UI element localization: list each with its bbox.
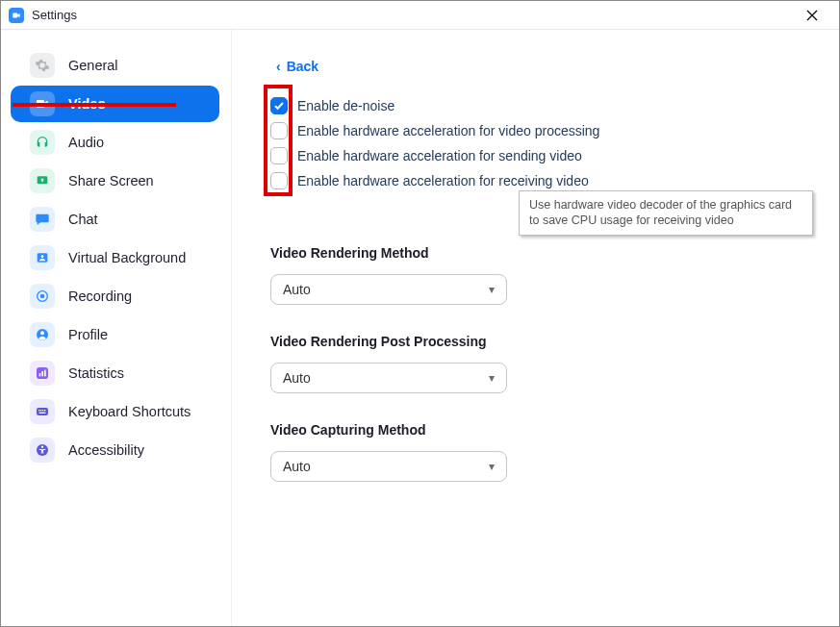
sidebar-item-statistics[interactable]: Statistics	[11, 355, 219, 391]
svg-point-6	[40, 331, 44, 335]
check-row-hwaccel-sending: Enable hardware acceleration for sending…	[270, 147, 801, 164]
main-panel: ‹ Back Enable de-noise Enable hardware a…	[232, 30, 839, 626]
svg-point-4	[40, 294, 45, 299]
select-capturing-method[interactable]: Auto ▾	[270, 451, 507, 482]
sidebar-label: Chat	[68, 212, 98, 227]
app-icon	[9, 8, 24, 23]
sidebar-item-keyboard[interactable]: Keyboard Shortcuts	[11, 393, 219, 430]
back-button[interactable]: ‹ Back	[276, 59, 318, 74]
sidebar-item-profile[interactable]: Profile	[11, 316, 219, 353]
sidebar-label: Recording	[68, 288, 132, 304]
virtual-bg-icon	[30, 245, 55, 270]
select-value: Auto	[283, 370, 311, 386]
section-title-rendering: Video Rendering Method	[270, 245, 801, 261]
sidebar-label: Audio	[68, 135, 104, 150]
svg-rect-13	[40, 410, 41, 411]
check-label: Enable hardware acceleration for video p…	[297, 123, 599, 138]
sidebar-item-recording[interactable]: Recording	[11, 278, 219, 314]
tooltip-hwaccel-receiving: Use hardware video decoder of the graphi…	[519, 190, 813, 236]
sidebar-label: Virtual Background	[68, 250, 186, 265]
section-title-capturing: Video Capturing Method	[270, 422, 801, 438]
checkbox-hwaccel-receiving[interactable]	[270, 172, 288, 189]
window-title: Settings	[32, 8, 77, 22]
svg-rect-14	[42, 410, 43, 411]
svg-rect-9	[41, 371, 43, 376]
sidebar-item-virtual-background[interactable]: Virtual Background	[11, 239, 219, 276]
chevron-left-icon: ‹	[276, 60, 281, 73]
check-row-hwaccel-processing: Enable hardware acceleration for video p…	[270, 122, 801, 139]
checkbox-group: Enable de-noise Enable hardware accelera…	[270, 97, 801, 189]
back-label: Back	[287, 59, 318, 74]
sidebar-item-audio[interactable]: Audio	[11, 124, 219, 161]
select-rendering-method[interactable]: Auto ▾	[270, 274, 507, 305]
sidebar-label: General	[68, 58, 118, 73]
svg-rect-10	[44, 370, 46, 377]
sidebar-item-accessibility[interactable]: Accessibility	[11, 432, 219, 468]
share-screen-icon	[30, 168, 55, 193]
svg-rect-12	[38, 410, 39, 411]
titlebar: Settings	[1, 1, 839, 30]
close-button[interactable]	[793, 2, 831, 29]
sidebar-label: Profile	[68, 327, 108, 342]
svg-rect-8	[39, 373, 41, 376]
check-label: Enable de-noise	[297, 98, 395, 113]
svg-point-2	[41, 255, 44, 258]
check-row-hwaccel-receiving: Enable hardware acceleration for receivi…	[270, 172, 801, 189]
select-value: Auto	[283, 459, 311, 474]
sidebar-label: Statistics	[68, 365, 124, 381]
keyboard-icon	[30, 399, 55, 424]
close-icon	[806, 10, 818, 21]
headphones-icon	[30, 130, 55, 155]
check-label: Enable hardware acceleration for receivi…	[297, 173, 589, 188]
annotation-underline	[13, 103, 176, 107]
chat-icon	[30, 207, 55, 232]
checkbox-hwaccel-sending[interactable]	[270, 147, 288, 164]
check-label: Enable hardware acceleration for sending…	[297, 148, 582, 163]
sidebar-item-chat[interactable]: Chat	[11, 201, 219, 238]
sidebar: General Video Audio Share Screen Chat	[1, 30, 232, 626]
sidebar-label: Keyboard Shortcuts	[68, 404, 191, 419]
sidebar-label: Accessibility	[68, 442, 144, 458]
svg-rect-16	[39, 413, 46, 414]
svg-point-18	[41, 445, 43, 447]
svg-rect-11	[37, 408, 48, 415]
sidebar-label: Share Screen	[68, 173, 154, 188]
chevron-down-icon: ▾	[489, 371, 495, 385]
chevron-down-icon: ▾	[489, 460, 495, 473]
check-row-denoise: Enable de-noise	[270, 97, 801, 114]
profile-icon	[30, 322, 55, 347]
statistics-icon	[30, 361, 55, 386]
select-value: Auto	[283, 282, 311, 297]
select-post-processing[interactable]: Auto ▾	[270, 363, 507, 393]
sidebar-item-general[interactable]: General	[11, 47, 219, 84]
recording-icon	[30, 284, 55, 309]
checkbox-hwaccel-processing[interactable]	[270, 122, 288, 139]
chevron-down-icon: ▾	[489, 283, 495, 296]
svg-rect-15	[44, 410, 45, 411]
accessibility-icon	[30, 438, 55, 463]
sidebar-item-share-screen[interactable]: Share Screen	[11, 163, 219, 199]
checkbox-denoise[interactable]	[270, 97, 288, 114]
section-title-postprocessing: Video Rendering Post Processing	[270, 334, 801, 349]
gear-icon	[30, 53, 55, 78]
